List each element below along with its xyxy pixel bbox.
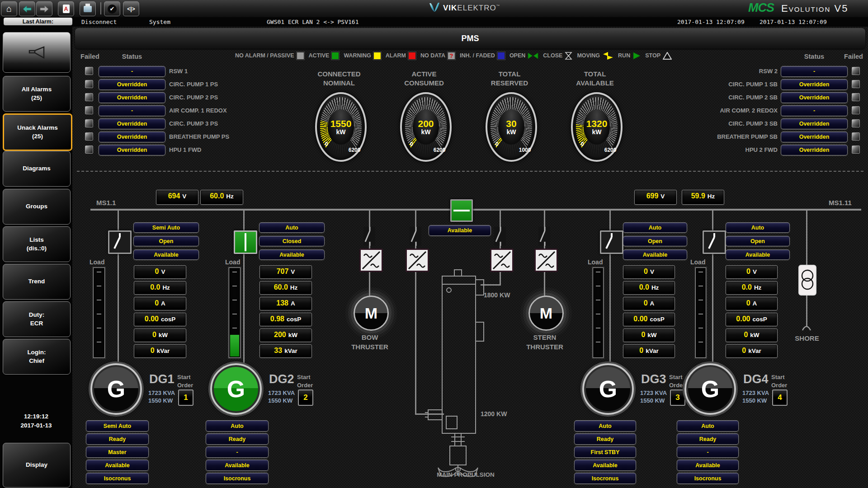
pdf-export-button[interactable]: A bbox=[58, 1, 74, 16]
generator-symbol-dg1[interactable]: G bbox=[90, 363, 142, 415]
sidebar-item-diagrams[interactable]: Diagrams bbox=[3, 151, 71, 187]
status-button[interactable]: Overridden bbox=[781, 118, 848, 129]
sidebar-item-trend[interactable]: Trend bbox=[3, 264, 71, 300]
failed-checkbox[interactable] bbox=[85, 119, 93, 127]
status-button[interactable]: Overridden bbox=[781, 92, 848, 103]
generator-symbol-dg4[interactable]: G bbox=[684, 363, 736, 415]
status-button[interactable]: Overridden bbox=[99, 145, 165, 155]
gen-status-button[interactable]: Isocronus bbox=[206, 473, 269, 484]
home-button[interactable]: ⌂ bbox=[1, 1, 17, 16]
sidebar-item-all-alarms[interactable]: All Alarms (25) bbox=[3, 76, 71, 112]
generator-symbol-dg2[interactable]: G bbox=[210, 363, 262, 415]
status-button[interactable]: - bbox=[99, 66, 165, 77]
last-alarm-label[interactable]: Last Alarm: bbox=[4, 18, 72, 25]
gen-status-button[interactable]: Isocronus bbox=[574, 473, 636, 484]
gen-status-button[interactable]: Auto bbox=[574, 420, 636, 432]
gen-status-button[interactable]: - bbox=[677, 446, 739, 458]
gen-status-button[interactable]: Ready bbox=[574, 433, 636, 445]
disconnector-icon[interactable] bbox=[363, 227, 375, 246]
status-button[interactable]: - bbox=[781, 105, 848, 116]
gen-availability-button[interactable]: Available bbox=[133, 249, 199, 260]
start-order-value[interactable]: 2 bbox=[298, 389, 313, 406]
generator-breaker[interactable] bbox=[703, 230, 726, 254]
gen-status-button[interactable]: Master bbox=[86, 446, 149, 458]
gen-status-button[interactable]: Auto bbox=[677, 420, 739, 432]
gen-breaker-status-button[interactable]: Open bbox=[133, 236, 199, 246]
failed-checkbox[interactable] bbox=[852, 119, 860, 127]
failed-checkbox[interactable] bbox=[852, 106, 860, 114]
gen-mode-button[interactable]: Auto bbox=[726, 222, 790, 233]
sidebar-item-lists[interactable]: Lists (dis.:0) bbox=[3, 226, 71, 262]
disconnector-icon[interactable] bbox=[410, 227, 421, 246]
sidebar-item-duty[interactable]: Duty: ECR bbox=[3, 301, 71, 337]
sidebar-item-groups[interactable]: Groups bbox=[3, 189, 71, 225]
gen-status-button[interactable]: Available bbox=[677, 460, 739, 471]
failed-checkbox[interactable] bbox=[852, 132, 860, 141]
gen-availability-button[interactable]: Available bbox=[623, 249, 687, 260]
status-button[interactable]: Overridden bbox=[781, 131, 848, 142]
bow-thruster-motor[interactable]: M bbox=[354, 296, 389, 331]
forward-button[interactable] bbox=[36, 1, 52, 16]
frequency-converter[interactable] bbox=[534, 249, 558, 272]
frequency-converter[interactable] bbox=[359, 249, 383, 272]
print-button[interactable] bbox=[80, 1, 96, 16]
failed-checkbox[interactable] bbox=[85, 80, 93, 88]
start-order-value[interactable]: 4 bbox=[772, 389, 788, 406]
gen-status-button[interactable]: Ready bbox=[206, 433, 269, 445]
gen-mode-button[interactable]: Semi Auto bbox=[133, 222, 199, 233]
bus-tie-breaker[interactable] bbox=[450, 199, 473, 222]
gen-status-button[interactable]: Isocronus bbox=[86, 473, 149, 484]
bus-tie-status-button[interactable]: Available bbox=[429, 225, 491, 236]
gen-breaker-status-button[interactable]: Open bbox=[726, 236, 790, 246]
failed-checkbox[interactable] bbox=[85, 132, 93, 141]
failed-checkbox[interactable] bbox=[852, 67, 860, 75]
failed-checkbox[interactable] bbox=[85, 67, 93, 75]
back-button[interactable] bbox=[19, 1, 35, 16]
disconnector-icon[interactable] bbox=[538, 227, 550, 246]
gen-status-button[interactable]: Auto bbox=[206, 420, 269, 432]
gen-status-button[interactable]: Available bbox=[86, 460, 149, 471]
sidebar-item-login[interactable]: Login: Chief bbox=[3, 339, 71, 375]
alarm-silence-button[interactable] bbox=[3, 32, 71, 73]
status-button[interactable]: Overridden bbox=[99, 118, 165, 129]
gen-mode-button[interactable]: Auto bbox=[259, 222, 325, 233]
gen-status-button[interactable]: Ready bbox=[677, 433, 739, 445]
failed-checkbox[interactable] bbox=[852, 145, 860, 154]
start-order-value[interactable]: 1 bbox=[178, 389, 193, 406]
failed-checkbox[interactable] bbox=[852, 80, 860, 88]
gen-status-button[interactable]: - bbox=[206, 446, 269, 458]
generator-symbol-dg3[interactable]: G bbox=[582, 363, 634, 415]
status-button[interactable]: - bbox=[99, 105, 165, 116]
generator-breaker[interactable] bbox=[600, 230, 623, 254]
status-button[interactable]: Overridden bbox=[99, 131, 165, 142]
script-button[interactable]: <|> bbox=[123, 1, 139, 16]
generator-breaker[interactable] bbox=[234, 230, 257, 254]
failed-checkbox[interactable] bbox=[852, 93, 860, 101]
status-button[interactable]: - bbox=[781, 66, 848, 77]
gen-status-button[interactable]: First STBY bbox=[574, 446, 636, 458]
main-propulsion-drawing[interactable] bbox=[423, 269, 500, 479]
gen-availability-button[interactable]: Available bbox=[726, 249, 790, 260]
status-button[interactable]: Overridden bbox=[99, 92, 165, 103]
gen-breaker-status-button[interactable]: Closed bbox=[259, 236, 325, 246]
failed-checkbox[interactable] bbox=[85, 145, 93, 154]
acknowledge-button[interactable]: ✔ bbox=[104, 1, 120, 16]
stern-thruster-motor[interactable]: M bbox=[528, 296, 564, 331]
failed-checkbox[interactable] bbox=[85, 106, 93, 114]
gen-mode-button[interactable]: Auto bbox=[623, 222, 687, 233]
gen-status-button[interactable]: Semi Auto bbox=[86, 420, 149, 432]
gen-availability-button[interactable]: Available bbox=[259, 249, 325, 260]
sidebar-item-display[interactable]: Display bbox=[3, 443, 71, 488]
gen-breaker-status-button[interactable]: Open bbox=[623, 236, 687, 246]
status-button[interactable]: Overridden bbox=[781, 79, 848, 90]
disconnector-icon[interactable] bbox=[494, 227, 506, 246]
failed-checkbox[interactable] bbox=[85, 93, 93, 101]
sidebar-item-unack-alarms[interactable]: Unack Alarms (25) bbox=[3, 113, 72, 151]
gen-status-button[interactable]: Ready bbox=[86, 433, 149, 445]
generator-breaker[interactable] bbox=[108, 230, 132, 254]
gen-status-button[interactable]: Available bbox=[206, 460, 269, 471]
gen-status-button[interactable]: Isocronus bbox=[677, 473, 739, 484]
gen-status-button[interactable]: Available bbox=[574, 460, 636, 471]
start-order-value[interactable]: 3 bbox=[670, 389, 685, 406]
status-button[interactable]: Overridden bbox=[99, 79, 165, 90]
